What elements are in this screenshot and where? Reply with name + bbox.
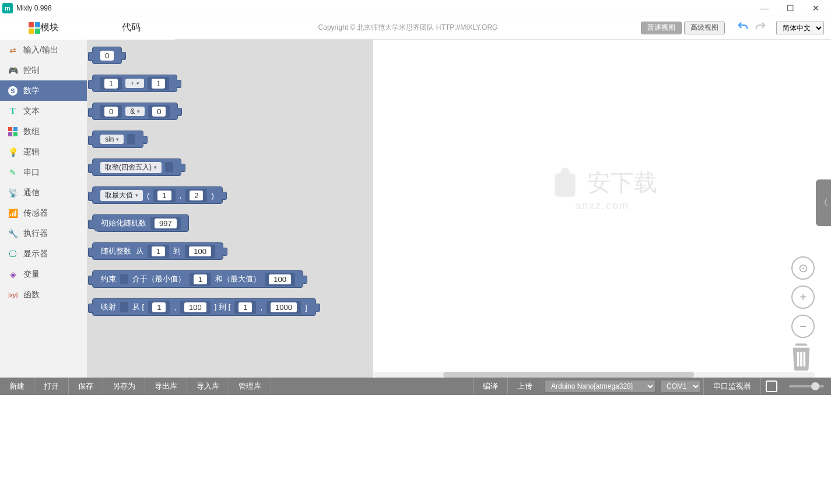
horizontal-scrollbar[interactable]: [373, 372, 815, 378]
new-button[interactable]: 新建: [0, 378, 34, 395]
compile-button[interactable]: 编译: [473, 378, 508, 395]
maximize-button[interactable]: ☐: [777, 0, 803, 16]
serial-monitor-button[interactable]: 串口监视器: [703, 378, 761, 395]
minimize-button[interactable]: —: [752, 0, 777, 16]
gamepad-icon: 🎮: [7, 65, 19, 76]
copyright-text: Copyright © 北京师范大学米思齐团队 HTTP://MIXLY.ORG: [175, 23, 641, 33]
puzzle-icon: [29, 22, 40, 34]
console: [0, 395, 831, 503]
text-icon: T: [7, 105, 19, 117]
actuator-icon: 🔧: [7, 228, 19, 239]
undo-icon[interactable]: [737, 20, 749, 36]
tab-modules[interactable]: 模块: [0, 16, 87, 40]
app-icon: m: [2, 3, 13, 13]
svg-rect-4: [8, 132, 12, 136]
main-area: ⇄ 输入/输出 🎮 控制 S 数学 T 文本 数组 💡 逻辑 ✎: [0, 40, 831, 378]
tab-code[interactable]: 代码: [87, 16, 175, 40]
tab-modules-label: 模块: [40, 22, 59, 34]
sidebar-item-io[interactable]: ⇄ 输入/输出: [0, 40, 87, 60]
function-icon: |xy|: [7, 289, 19, 301]
block-maxmin[interactable]: 取最大值 ( 1 , 2 ): [92, 186, 223, 204]
sidebar-item-function[interactable]: |xy| 函数: [0, 284, 87, 305]
sensor-icon: 📶: [7, 207, 19, 219]
svg-rect-2: [8, 127, 12, 131]
sidebar-item-sensor[interactable]: 📶 传感器: [0, 203, 87, 223]
block-random-seed[interactable]: 初始化随机数 997: [92, 214, 189, 232]
sidebar-item-actuator[interactable]: 🔧 执行器: [0, 223, 87, 244]
redo-icon[interactable]: [754, 20, 767, 36]
footer: 新建 打开 保存 另存为 导出库 导入库 管理库 编译 上传 Arduino N…: [0, 378, 831, 395]
io-icon: ⇄: [7, 44, 19, 56]
header: 模块 代码 Copyright © 北京师范大学米思齐团队 HTTP://MIX…: [0, 16, 831, 40]
sidebar-item-text[interactable]: T 文本: [0, 101, 87, 121]
block-map[interactable]: 映射 从 [ 1 , 100 ] 到 [ 1 , 1000 ]: [92, 298, 316, 316]
sidebar-item-comm[interactable]: 📡 通信: [0, 182, 87, 203]
svg-rect-8: [804, 352, 806, 366]
save-button[interactable]: 保存: [69, 378, 103, 395]
open-button[interactable]: 打开: [34, 378, 69, 395]
zoom-slider[interactable]: [789, 385, 824, 387]
close-button[interactable]: ✕: [803, 0, 829, 16]
language-select[interactable]: 简体中文: [776, 22, 824, 34]
normal-view-button[interactable]: 普通视图: [641, 22, 682, 34]
pen-icon: ✎: [7, 167, 19, 178]
sidebar-item-math[interactable]: S 数学: [0, 80, 87, 101]
port-select[interactable]: COM1: [660, 380, 701, 393]
advanced-view-button[interactable]: 高级视图: [684, 22, 725, 34]
sidebar: ⇄ 输入/输出 🎮 控制 S 数学 T 文本 数组 💡 逻辑 ✎: [0, 40, 87, 378]
chip-icon: [766, 380, 777, 392]
side-handle[interactable]: 〈: [816, 179, 831, 226]
sidebar-item-serial[interactable]: ✎ 串口: [0, 162, 87, 182]
export-lib-button[interactable]: 导出库: [145, 378, 187, 395]
trash-icon[interactable]: [788, 341, 815, 373]
watermark: 安下载 anxz.com: [548, 165, 657, 212]
svg-rect-6: [797, 352, 800, 366]
title-bar: m Mixly 0.998 — ☐ ✕: [0, 0, 831, 16]
saveas-button[interactable]: 另存为: [103, 378, 145, 395]
comm-icon: 📡: [7, 187, 19, 199]
block-round[interactable]: 取整(四舍五入): [92, 158, 181, 176]
array-icon: [7, 126, 19, 138]
math-icon: S: [7, 85, 19, 97]
block-number[interactable]: 0: [92, 47, 122, 64]
block-trig[interactable]: sin: [92, 131, 143, 148]
block-arithmetic[interactable]: 1 + 1: [92, 75, 177, 92]
manage-lib-button[interactable]: 管理库: [229, 378, 271, 395]
bulb-icon: 💡: [7, 146, 19, 158]
blocks-flyout: 0 1 + 1 0 & 0 sin 取整(四舍五入) 取最大值 ( 1 , 2 …: [87, 40, 373, 378]
sidebar-item-display[interactable]: 🖵 显示器: [0, 244, 87, 264]
sidebar-item-array[interactable]: 数组: [0, 121, 87, 142]
svg-text:S: S: [10, 87, 15, 94]
sidebar-item-variable[interactable]: ◈ 变量: [0, 264, 87, 284]
block-constrain[interactable]: 约束 介于（最小值） 1 和（最大值） 100: [92, 270, 303, 288]
svg-rect-5: [13, 132, 17, 136]
upload-button[interactable]: 上传: [508, 378, 542, 395]
variable-icon: ◈: [7, 269, 19, 280]
workspace[interactable]: 安下载 anxz.com: [373, 40, 831, 378]
zoom-in-button[interactable]: +: [791, 286, 815, 309]
svg-rect-7: [800, 352, 802, 366]
center-button[interactable]: ⊙: [791, 256, 815, 280]
monitor-icon: 🖵: [7, 248, 19, 260]
sidebar-item-logic[interactable]: 💡 逻辑: [0, 142, 87, 162]
sidebar-item-control[interactable]: 🎮 控制: [0, 60, 87, 80]
import-lib-button[interactable]: 导入库: [187, 378, 229, 395]
window-title: Mixly 0.998: [16, 4, 752, 12]
tab-code-label: 代码: [122, 22, 141, 34]
zoom-out-button[interactable]: −: [791, 315, 815, 338]
block-bitop[interactable]: 0 & 0: [92, 103, 178, 120]
zoom-controls: ⊙ + −: [791, 256, 815, 338]
block-random-int[interactable]: 随机整数 从 1 到 100: [92, 242, 223, 260]
board-select[interactable]: Arduino Nano[atmega328]: [545, 380, 655, 393]
svg-rect-3: [13, 127, 17, 131]
